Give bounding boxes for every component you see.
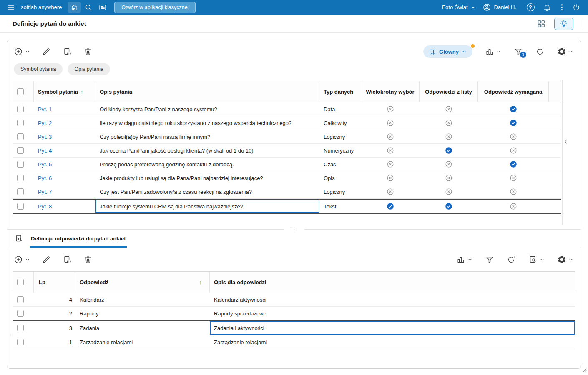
question-type-cell[interactable]: Logiczny	[319, 130, 361, 143]
required-cell[interactable]	[478, 200, 549, 213]
question-row[interactable]: Pyt. 3Czy polecił(a)by Pan/Pani naszą fi…	[13, 130, 561, 144]
required-cell[interactable]	[478, 130, 549, 143]
row-checkbox[interactable]	[17, 203, 24, 210]
question-link[interactable]: Pyt. 3	[38, 134, 52, 140]
splitter-toggle[interactable]	[284, 226, 304, 233]
required-cell[interactable]	[478, 171, 549, 185]
search-button[interactable]	[82, 2, 95, 13]
answer-desc-cell[interactable]: Zarządzanie relacjami	[210, 335, 575, 349]
open-classic-button[interactable]: Otwórz w aplikacji klasycznej	[114, 2, 196, 13]
answer-row[interactable]: 3ZadaniaZadania i aktywności	[13, 320, 575, 335]
question-type-cell[interactable]: Logiczny	[319, 185, 361, 198]
list-answers-cell[interactable]	[420, 171, 478, 185]
refresh-button[interactable]	[507, 255, 516, 264]
multi-select-cell[interactable]	[361, 130, 420, 143]
question-row[interactable]: Pyt. 4Jak ocenia Pan/Pani jakość obsługi…	[13, 144, 561, 158]
answer-lp-cell[interactable]: 4	[34, 293, 75, 306]
list-answers-cell[interactable]	[420, 130, 478, 143]
list-answers-cell[interactable]	[420, 144, 478, 157]
resize-handle-icon[interactable]	[582, 368, 587, 374]
news-button[interactable]	[96, 2, 109, 13]
multi-select-cell[interactable]	[361, 200, 420, 213]
question-desc-cell[interactable]: Jakie produkty lub usługi są dla Pana/Pa…	[95, 171, 319, 185]
filter-chip-symbol[interactable]: Symbol pytania	[14, 63, 63, 75]
answer-row[interactable]: 2RaportyRaporty sprzedażowe	[13, 307, 575, 320]
column-header-opis[interactable]: Opis pytania	[95, 81, 319, 102]
chart-view-button[interactable]	[456, 255, 472, 264]
row-checkbox[interactable]	[17, 175, 24, 181]
row-checkbox[interactable]	[17, 147, 24, 154]
answer-lp-cell[interactable]: 1	[34, 335, 75, 349]
list-answers-cell[interactable]	[420, 185, 478, 198]
record-info-button[interactable]	[63, 47, 72, 56]
question-link[interactable]: Pyt. 4	[38, 148, 52, 154]
delete-answer-button[interactable]	[83, 255, 93, 264]
answer-name-cell[interactable]: Zadania	[75, 321, 210, 335]
select-all-checkbox[interactable]	[17, 88, 24, 95]
multi-select-cell[interactable]	[361, 158, 420, 171]
column-header-opis[interactable]: Opis dla odpowiedzi	[210, 272, 575, 292]
question-desc-cell[interactable]: Jak ocenia Pan/Pani jakość obsługi klien…	[95, 144, 319, 157]
view-selector-button[interactable]: Główny	[423, 45, 472, 58]
required-cell[interactable]	[478, 185, 549, 198]
tab-answers-definitions[interactable]: Definicje odpowiedzi do pytań ankiet	[30, 230, 127, 248]
column-header-symbol[interactable]: Symbol pytania ↑	[34, 81, 95, 102]
answer-name-cell[interactable]: Zarządzanie relacjami	[75, 335, 210, 349]
question-type-cell[interactable]: Tekst	[319, 200, 361, 213]
list-answers-cell[interactable]	[420, 116, 478, 130]
multi-select-cell[interactable]	[361, 102, 420, 116]
answer-lp-cell[interactable]: 2	[34, 307, 75, 320]
row-checkbox[interactable]	[17, 296, 24, 303]
question-link[interactable]: Pyt. 5	[38, 161, 52, 168]
row-checkbox[interactable]	[17, 339, 24, 345]
delete-question-button[interactable]	[83, 47, 93, 56]
multi-select-cell[interactable]	[361, 144, 420, 157]
question-type-cell[interactable]: Czas	[319, 158, 361, 171]
add-question-button[interactable]	[14, 47, 30, 56]
list-answers-cell[interactable]	[420, 102, 478, 116]
column-header-typ[interactable]: Typ danych	[319, 81, 361, 102]
row-checkbox[interactable]	[17, 133, 24, 140]
preview-button[interactable]	[528, 255, 545, 264]
question-desc-cell[interactable]: Czy jest Pan/Pani zadowolony/a z czasu r…	[95, 185, 319, 198]
question-type-cell[interactable]: Numeryczny	[319, 144, 361, 157]
select-all-checkbox[interactable]	[17, 279, 24, 285]
list-answers-cell[interactable]	[420, 200, 478, 213]
settings-button[interactable]	[557, 255, 573, 264]
question-link[interactable]: Pyt. 2	[38, 120, 52, 126]
question-desc-cell[interactable]: Proszę podać preferowaną godzinę kontakt…	[95, 158, 319, 171]
column-header-z-listy[interactable]: Odpowiedzi z listy	[420, 81, 478, 102]
required-cell[interactable]	[478, 144, 549, 157]
chart-view-button[interactable]	[485, 47, 501, 56]
user-menu[interactable]: Daniel H.	[482, 3, 516, 12]
answer-desc-cell[interactable]: Zadania i aktywności	[210, 321, 575, 335]
home-button[interactable]	[68, 2, 81, 13]
row-checkbox[interactable]	[17, 325, 24, 331]
answer-row[interactable]: 4KalendarzKalendarz aktywności	[13, 293, 575, 307]
company-selector[interactable]: Foto Świat	[442, 4, 475, 10]
question-link[interactable]: Pyt. 1	[38, 106, 52, 112]
required-cell[interactable]	[478, 158, 549, 171]
multi-select-cell[interactable]	[361, 185, 420, 198]
collapse-panel-button[interactable]	[563, 138, 569, 145]
question-type-cell[interactable]: Data	[319, 102, 361, 116]
question-row[interactable]: Pyt. 8Jakie funkcje systemu CRM są dla P…	[13, 199, 561, 214]
settings-button[interactable]	[557, 47, 573, 56]
question-desc-cell[interactable]: Ile razy w ciągu ostatniego roku skorzys…	[95, 116, 319, 130]
question-desc-cell[interactable]: Jakie funkcje systemu CRM są dla Państwa…	[95, 200, 319, 213]
multi-select-cell[interactable]	[361, 116, 420, 130]
answer-name-cell[interactable]: Kalendarz	[75, 293, 210, 306]
question-desc-cell[interactable]: Od kiedy korzysta Pan/Pani z naszego sys…	[95, 102, 319, 116]
assistant-button[interactable]	[554, 18, 573, 30]
answer-desc-cell[interactable]: Raporty sprzedażowe	[210, 307, 575, 320]
edit-question-button[interactable]	[42, 47, 51, 56]
row-checkbox[interactable]	[17, 161, 24, 168]
row-checkbox[interactable]	[17, 310, 24, 317]
help-button[interactable]: ?	[524, 2, 537, 13]
row-checkbox[interactable]	[17, 188, 24, 195]
filter-button[interactable]	[485, 255, 494, 264]
question-row[interactable]: Pyt. 7Czy jest Pan/Pani zadowolony/a z c…	[13, 185, 561, 199]
question-link[interactable]: Pyt. 7	[38, 189, 52, 195]
refresh-button[interactable]	[535, 47, 545, 56]
question-row[interactable]: Pyt. 2Ile razy w ciągu ostatniego roku s…	[13, 116, 561, 130]
